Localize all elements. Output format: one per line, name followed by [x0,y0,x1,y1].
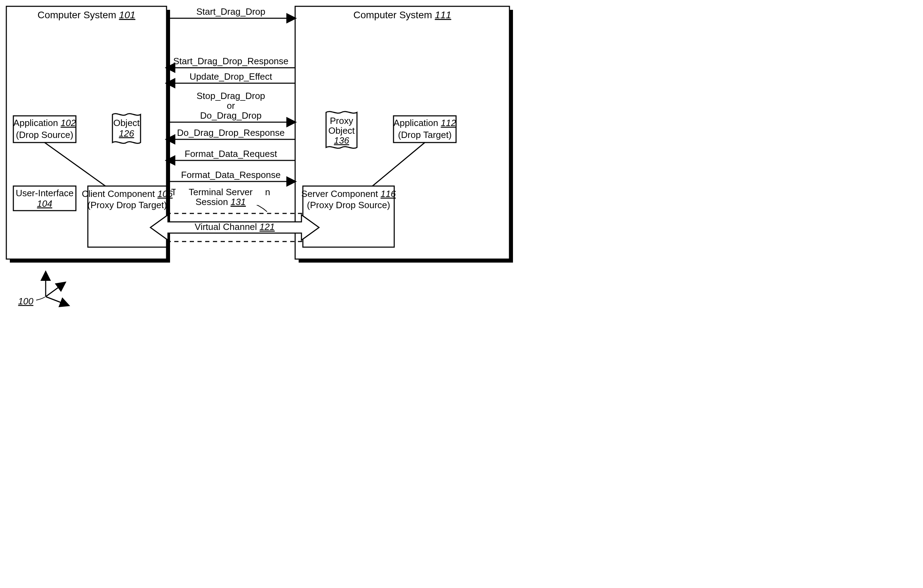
msg-start-drag-drop-response: Start_Drag_Drop_Response [166,56,295,68]
msg-format-data-response: Format_Data_Response [166,170,295,182]
client-comp-num: 106 [158,188,173,199]
server-comp-num: 116 [381,188,396,199]
svg-text:Application
       
      112: Application 112 [394,118,456,128]
svg-text:Computer System
       
      : Computer System 111 [353,10,452,20]
svg-text:or: or [227,100,235,111]
session-line1: Terminal Server [189,187,253,197]
virtual-channel-label: Virtual Channel [195,221,257,232]
object-label: Object [113,118,140,128]
svg-text:Format_Data_Request: Format_Data_Request [184,149,277,159]
right-app-num: 112 [441,118,457,128]
proxy-object-label1: Proxy [330,116,353,126]
svg-text:Computer System
       
      : Computer System 101 [38,10,136,20]
svg-text:Format_Data_Response: Format_Data_Response [181,170,280,180]
left-system-title: Computer System [38,10,116,20]
left-application-box: Application 102 (Drop Source) [13,116,76,142]
client-comp-label: Client Component [82,188,155,199]
right-app-label: Application [394,118,438,128]
proxy-object-num: 136 [334,135,349,146]
svg-text:Session 131: Session 131 [195,197,246,207]
svg-text:Start_Drag_Drop: Start_Drag_Drop [196,6,266,17]
svg-line-35 [46,283,65,296]
svg-text:Client Component
       
     : Client Component 106 [82,188,173,199]
left-app-num: 102 [61,118,76,128]
svg-text:Start_Drag_Drop_Response: Start_Drag_Drop_Response [173,56,289,66]
user-interface-box: User-Interface 104 [13,186,76,211]
msg-stop-or-do-drag-drop: Stop_Drag_Drop or Do_Drag_Drop [166,90,295,122]
ui-label: User-Interface [16,188,74,198]
msg-update-drop-effect: Update_Drop_Effect [166,71,295,83]
virtual-channel-num: 121 [259,221,275,232]
session-num: 131 [230,197,246,207]
diagram-number: 100 [18,296,34,306]
server-comp-label: Server Component [301,188,378,199]
virtual-channel-arrow: Virtual Channel 121 [150,215,319,240]
object-shape: Object 126 [112,114,141,144]
left-app-label: Application [13,118,58,128]
client-component-box: Client Component 106 (Proxy Drop Target) [82,186,173,247]
axes-origin-icon: 100 [18,272,69,306]
svg-text:Stop_Drag_Drop: Stop_Drag_Drop [196,90,265,101]
svg-line-36 [46,296,69,305]
svg-text:Server Component
       
     : Server Component 116 [301,188,396,199]
object-num: 126 [119,128,134,139]
server-comp-sub: (Proxy Drop Source) [307,200,390,210]
svg-text:Do_Drag_Drop_Response: Do_Drag_Drop_Response [177,128,284,138]
left-system-num: 101 [119,10,136,20]
right-system-title: Computer System [353,10,432,20]
svg-text:Virtual Channel
       
      : Virtual Channel 121 [195,221,275,232]
server-component-box: Server Component 116 (Proxy Drop Source) [301,186,396,247]
client-comp-sub: (Proxy Drop Target) [87,200,167,210]
left-app-sub: (Drop Source) [16,129,73,140]
proxy-object-label2: Object [328,125,355,136]
msg-do-drag-drop-response: Do_Drag_Drop_Response [166,128,295,139]
svg-text:Update_Drop_Effect: Update_Drop_Effect [189,71,272,82]
right-system-num: 111 [435,10,452,20]
msg-start-drag-drop: Start_Drag_Drop [166,6,295,18]
right-application-box: Application 112 (Drop Target) [394,116,456,142]
svg-text:Do_Drag_Drop: Do_Drag_Drop [200,110,262,121]
right-app-sub: (Drop Target) [398,129,452,140]
terminal-server-session-label-bound: Terminal Server Session 131 [176,187,266,207]
svg-text:Application
       
      102: Application 102 [13,118,76,128]
proxy-object-shape: Proxy Object 136 [326,111,357,149]
msg-format-data-request: Format_Data_Request [166,149,295,161]
diagram-root: Computer System 101 Computer System 111 … [0,0,521,332]
session-line2-word: Session [195,197,230,207]
ui-num: 104 [37,198,52,209]
